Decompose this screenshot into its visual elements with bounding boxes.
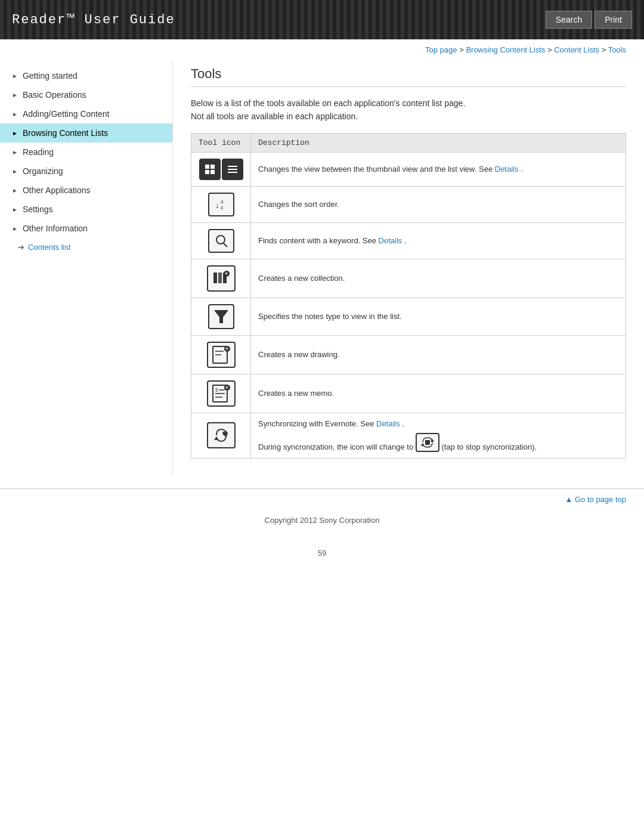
svg-marker-17 (214, 310, 228, 323)
breadcrumb-tools[interactable]: Tools (608, 45, 626, 54)
tool-description: Creates a new drawing. (251, 335, 626, 374)
header: Reader™ User Guide Search Print (0, 0, 644, 39)
table-row: E + Creates a new memo. (191, 374, 626, 413)
desc-text: Creates a new collection. (258, 274, 345, 283)
tool-description: Creates a new collection. (251, 259, 626, 298)
arrow-icon: ► (12, 111, 18, 117)
sidebar-item-basic-operations[interactable]: ► Basic Operations (0, 85, 172, 104)
page-title: Tools (191, 66, 626, 87)
sidebar-label: Reading (23, 147, 54, 157)
svg-text:z: z (221, 204, 224, 210)
tool-description: Changes the sort order. (251, 186, 626, 222)
desc-text: Creates a new memo. (258, 389, 334, 398)
desc-text: Finds content with a keyword. See (258, 236, 379, 245)
svg-rect-4 (228, 166, 237, 167)
details-link[interactable]: Details (495, 165, 519, 174)
sidebar-item-browsing-content[interactable]: ► Browsing Content Lists (0, 123, 172, 143)
sidebar-item-reading[interactable]: ► Reading (0, 143, 172, 162)
svg-rect-12 (213, 272, 217, 283)
arrow-icon: ► (12, 225, 18, 232)
sidebar-item-other-information[interactable]: ► Other Information (0, 219, 172, 238)
table-row: + Creates a new collection. (191, 259, 626, 298)
sidebar-item-getting-started[interactable]: ► Getting started (0, 66, 172, 85)
sidebar-label: Settings (23, 205, 53, 214)
details-link[interactable]: Details (376, 419, 400, 428)
main-layout: ► Getting started ► Basic Operations ► A… (0, 60, 644, 476)
sidebar-item-adding-content[interactable]: ► Adding/Getting Content (0, 104, 172, 123)
breadcrumb-browsing[interactable]: Browsing Content Lists (466, 45, 545, 54)
svg-rect-0 (205, 165, 209, 169)
arrow-icon: ► (12, 149, 18, 156)
tool-icon-cell: ↓ a z (191, 186, 251, 222)
sidebar-label: Other Applications (23, 185, 91, 195)
svg-rect-13 (218, 272, 222, 283)
tools-table: Tool icon Description (191, 133, 626, 459)
sidebar-item-settings[interactable]: ► Settings (0, 200, 172, 219)
tool-description: Changes the view between the thumbnail v… (251, 152, 626, 186)
print-button[interactable]: Print (595, 11, 632, 29)
svg-line-11 (224, 243, 227, 247)
desc-text: Specifies the notes type to view in the … (258, 312, 402, 321)
arrow-right-icon: ➔ (18, 243, 24, 252)
tool-icon-cell (191, 222, 251, 259)
svg-rect-1 (210, 165, 215, 169)
desc-period: . (521, 165, 523, 174)
details-link[interactable]: Details (379, 236, 402, 245)
svg-text:E: E (215, 387, 219, 393)
sync-desc-line2: During syncronization, the icon will cha… (258, 433, 618, 452)
grid-list-icon (199, 159, 243, 180)
tool-icon-cell: + (191, 335, 251, 374)
arrow-icon: ► (12, 130, 18, 137)
search-button[interactable]: Search (546, 11, 592, 29)
arrow-icon: ► (12, 187, 18, 194)
arrow-icon: ► (12, 168, 18, 175)
tool-description: Creates a new memo. (251, 374, 626, 413)
app-title: Reader™ User Guide (12, 13, 175, 27)
drawing-icon: + (207, 342, 236, 368)
table-row: + Creates a new drawing. (191, 335, 626, 374)
memo-icon: E + (207, 380, 236, 407)
breadcrumb: Top page > Browsing Content Lists > Cont… (0, 39, 644, 60)
tool-icon-cell: + (191, 259, 251, 298)
table-row: Finds content with a keyword. See Detail… (191, 222, 626, 259)
sidebar-label: Basic Operations (23, 90, 86, 100)
contents-list-link[interactable]: ➔ Contents list (0, 238, 172, 256)
tool-icon-cell (191, 413, 251, 458)
breadcrumb-content-lists[interactable]: Content Lists (554, 45, 599, 54)
go-to-top-link[interactable]: ▲ Go to page top (565, 495, 627, 504)
sync-desc-line1: Synchronizing with Evernote. See Details… (258, 419, 618, 428)
svg-text:+: + (225, 346, 228, 352)
table-row: Synchronizing with Evernote. See Details… (191, 413, 626, 458)
sidebar-label: Adding/Getting Content (23, 109, 110, 119)
footer-section: ▲ Go to page top (0, 488, 644, 510)
svg-rect-34 (425, 440, 430, 445)
desc-text: Changes the view between the thumbnail v… (258, 165, 495, 174)
breadcrumb-top-page[interactable]: Top page (425, 45, 457, 54)
main-content: Tools Below is a list of the tools avail… (173, 60, 644, 476)
tool-icon-cell (191, 298, 251, 335)
sidebar-item-other-applications[interactable]: ► Other Applications (0, 181, 172, 200)
contents-list-label: Contents list (28, 243, 71, 252)
svg-rect-6 (228, 172, 237, 173)
table-row: ↓ a z Changes the sort order. (191, 186, 626, 222)
tool-icon-cell: E + (191, 374, 251, 413)
svg-marker-31 (214, 436, 219, 440)
filter-icon (208, 304, 234, 329)
intro-line2: Not all tools are available in each appl… (191, 110, 626, 123)
sync-stop-icon (416, 433, 439, 452)
sort-icon: ↓ a z (208, 193, 234, 216)
desc-text: Changes the sort order. (258, 200, 339, 209)
sidebar-item-organizing[interactable]: ► Organizing (0, 162, 172, 181)
sidebar-label: Browsing Content Lists (23, 128, 108, 138)
copyright: Copyright 2012 Sony Corporation (0, 516, 644, 543)
arrow-icon: ► (12, 73, 18, 79)
tool-icon-cell (191, 152, 251, 186)
sidebar-label: Other Information (23, 224, 88, 233)
collection-icon: + (207, 265, 236, 292)
svg-text:+: + (225, 385, 228, 391)
arrow-icon: ► (12, 206, 18, 213)
svg-rect-3 (210, 170, 215, 174)
header-buttons: Search Print (546, 11, 632, 29)
tool-description: Synchronizing with Evernote. See Details… (251, 413, 626, 458)
sidebar-label: Getting started (23, 71, 78, 80)
